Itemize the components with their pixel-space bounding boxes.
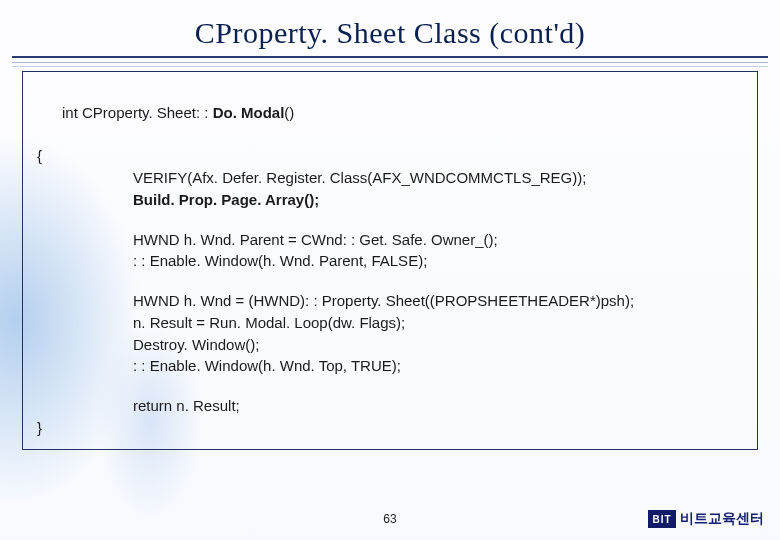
code-line-6: : : Enable. Window(h. Wnd. Parent, FALSE… [37,250,743,272]
code-line-1: int CProperty. Sheet: : Do. Modal() [37,80,743,145]
code-line-12: } [37,417,743,439]
code-line-7: HWND h. Wnd = (HWND): : Property. Sheet(… [37,290,743,312]
code-line-4: Build. Prop. Page. Array(); [37,189,743,211]
title-rules [12,56,768,67]
rule-dark [12,56,768,58]
logo-text: 비트교육센터 [680,510,764,528]
slide-title: CProperty. Sheet Class (cont'd) [0,0,780,56]
code-text: int CProperty. Sheet: : [62,104,213,121]
code-line-11: return n. Result; [37,395,743,417]
code-line-3: VERIFY(Afx. Defer. Register. Class(AFX_W… [37,167,743,189]
logo-mark: BIT [648,510,676,528]
code-line-9: Destroy. Window(); [37,334,743,356]
code-spacer [37,211,743,229]
code-line-8: n. Result = Run. Modal. Loop(dw. Flags); [37,312,743,334]
code-spacer [37,272,743,290]
footer-logo: BIT 비트교육센터 [648,510,764,528]
code-line-10: : : Enable. Window(h. Wnd. Top, TRUE); [37,355,743,377]
slide: CProperty. Sheet Class (cont'd) int CPro… [0,0,780,540]
code-box: int CProperty. Sheet: : Do. Modal() { VE… [22,71,758,450]
rule-light-2 [12,66,768,67]
code-text-bold: Do. Modal [213,104,285,121]
rule-light-1 [12,62,768,63]
code-line-2: { [37,145,743,167]
code-line-5: HWND h. Wnd. Parent = CWnd: : Get. Safe.… [37,229,743,251]
code-text: () [284,104,294,121]
code-spacer [37,377,743,395]
